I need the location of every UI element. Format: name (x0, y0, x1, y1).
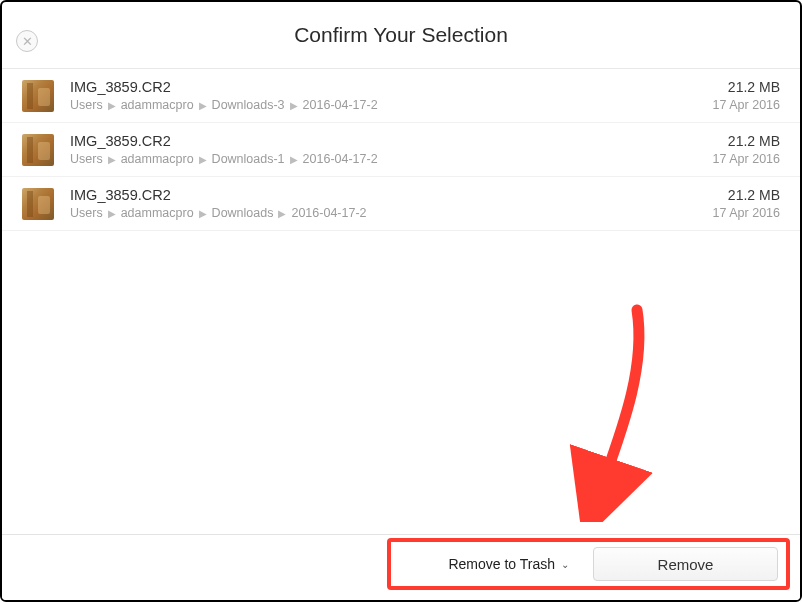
chevron-right-icon: ▶ (108, 154, 116, 165)
breadcrumb: Users ▶ adammacpro ▶ Downloads ▶ 2016-04… (70, 206, 701, 220)
file-thumbnail (22, 134, 54, 166)
file-meta: 21.2 MB 17 Apr 2016 (713, 79, 780, 112)
file-info: IMG_3859.CR2 Users ▶ adammacpro ▶ Downlo… (70, 187, 701, 220)
chevron-down-icon: ⌄ (561, 559, 569, 570)
chevron-right-icon: ▶ (199, 208, 207, 219)
file-date: 17 Apr 2016 (713, 206, 780, 220)
remove-button[interactable]: Remove (593, 547, 778, 581)
close-button[interactable]: ✕ (16, 30, 38, 52)
file-info: IMG_3859.CR2 Users ▶ adammacpro ▶ Downlo… (70, 133, 701, 166)
file-date: 17 Apr 2016 (713, 98, 780, 112)
footer-divider (2, 534, 800, 535)
file-size: 21.2 MB (713, 79, 780, 95)
breadcrumb-segment: Users (70, 98, 103, 112)
annotation-highlight-box: Remove to Trash ⌄ Remove (387, 538, 790, 590)
list-item[interactable]: IMG_3859.CR2 Users ▶ adammacpro ▶ Downlo… (2, 69, 800, 123)
file-thumbnail (22, 80, 54, 112)
file-name: IMG_3859.CR2 (70, 187, 701, 203)
breadcrumb-segment: adammacpro (121, 152, 194, 166)
dialog-title: Confirm Your Selection (294, 23, 508, 47)
chevron-right-icon: ▶ (278, 208, 286, 219)
breadcrumb-segment: adammacpro (121, 206, 194, 220)
breadcrumb-segment: 2016-04-17-2 (291, 206, 366, 220)
breadcrumb-segment: Downloads-3 (212, 98, 285, 112)
breadcrumb-segment: Downloads-1 (212, 152, 285, 166)
chevron-right-icon: ▶ (199, 154, 207, 165)
remove-mode-dropdown[interactable]: Remove to Trash ⌄ (448, 556, 569, 572)
breadcrumb-segment: Downloads (212, 206, 274, 220)
breadcrumb: Users ▶ adammacpro ▶ Downloads-1 ▶ 2016-… (70, 152, 701, 166)
file-name: IMG_3859.CR2 (70, 79, 701, 95)
dialog-header: ✕ Confirm Your Selection (2, 2, 800, 68)
close-icon: ✕ (22, 35, 33, 48)
chevron-right-icon: ▶ (199, 100, 207, 111)
file-thumbnail (22, 188, 54, 220)
chevron-right-icon: ▶ (108, 208, 116, 219)
breadcrumb-segment: adammacpro (121, 98, 194, 112)
annotation-arrow (567, 302, 687, 522)
chevron-right-icon: ▶ (108, 100, 116, 111)
chevron-right-icon: ▶ (290, 154, 298, 165)
chevron-right-icon: ▶ (290, 100, 298, 111)
file-size: 21.2 MB (713, 133, 780, 149)
dialog-window: ✕ Confirm Your Selection IMG_3859.CR2 Us… (0, 0, 802, 602)
breadcrumb-segment: 2016-04-17-2 (303, 98, 378, 112)
dialog-footer: Remove to Trash ⌄ Remove (2, 534, 800, 600)
list-item[interactable]: IMG_3859.CR2 Users ▶ adammacpro ▶ Downlo… (2, 177, 800, 231)
file-name: IMG_3859.CR2 (70, 133, 701, 149)
file-meta: 21.2 MB 17 Apr 2016 (713, 187, 780, 220)
file-info: IMG_3859.CR2 Users ▶ adammacpro ▶ Downlo… (70, 79, 701, 112)
breadcrumb-segment: 2016-04-17-2 (303, 152, 378, 166)
list-item[interactable]: IMG_3859.CR2 Users ▶ adammacpro ▶ Downlo… (2, 123, 800, 177)
breadcrumb-segment: Users (70, 206, 103, 220)
dropdown-label: Remove to Trash (448, 556, 555, 572)
file-size: 21.2 MB (713, 187, 780, 203)
file-meta: 21.2 MB 17 Apr 2016 (713, 133, 780, 166)
breadcrumb-segment: Users (70, 152, 103, 166)
file-date: 17 Apr 2016 (713, 152, 780, 166)
breadcrumb: Users ▶ adammacpro ▶ Downloads-3 ▶ 2016-… (70, 98, 701, 112)
file-list: IMG_3859.CR2 Users ▶ adammacpro ▶ Downlo… (2, 69, 800, 231)
